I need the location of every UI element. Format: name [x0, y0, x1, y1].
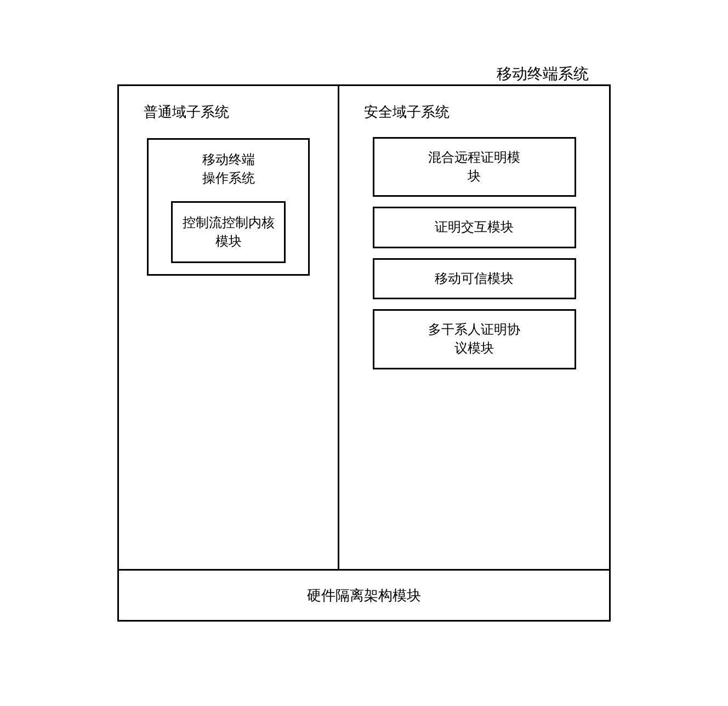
kernel-box: 控制流控制内核模块 [171, 201, 286, 263]
right-panel-title: 安全域子系统 [364, 103, 450, 122]
left-panel-title: 普通域子系统 [144, 103, 229, 122]
module-box-3: 移动可信模块 [373, 258, 576, 300]
module-box-4: 多干系人证明协议模块 [373, 309, 576, 369]
os-title: 移动终端操作系统 [202, 151, 255, 187]
inner-content: 普通域子系统 移动终端操作系统 控制流控制内核模块 安全域子系统 混合远程证明模… [119, 86, 609, 571]
module-title-2: 证明交互模块 [435, 218, 514, 237]
diagram-container: 移动终端系统 普通域子系统 移动终端操作系统 控制流控制内核模块 安全域子系统 [90, 52, 638, 654]
module-title-3: 移动可信模块 [435, 270, 514, 288]
os-box: 移动终端操作系统 控制流控制内核模块 [147, 138, 310, 276]
module-box-2: 证明交互模块 [373, 207, 576, 248]
bottom-title: 硬件隔离架构模块 [307, 586, 421, 605]
right-panel: 安全域子系统 混合远程证明模块 证明交互模块 移动可信模块 多干系人证明协议模块 [339, 86, 609, 569]
left-panel: 普通域子系统 移动终端操作系统 控制流控制内核模块 [119, 86, 339, 569]
module-title-1: 混合远程证明模块 [428, 149, 520, 185]
kernel-title: 控制流控制内核模块 [183, 214, 275, 250]
module-box-1: 混合远程证明模块 [373, 137, 576, 197]
outer-system: 普通域子系统 移动终端操作系统 控制流控制内核模块 安全域子系统 混合远程证明模… [117, 84, 611, 622]
module-title-4: 多干系人证明协议模块 [428, 321, 520, 357]
system-title: 移动终端系统 [497, 64, 589, 84]
bottom-bar: 硬件隔离架构模块 [119, 571, 609, 620]
